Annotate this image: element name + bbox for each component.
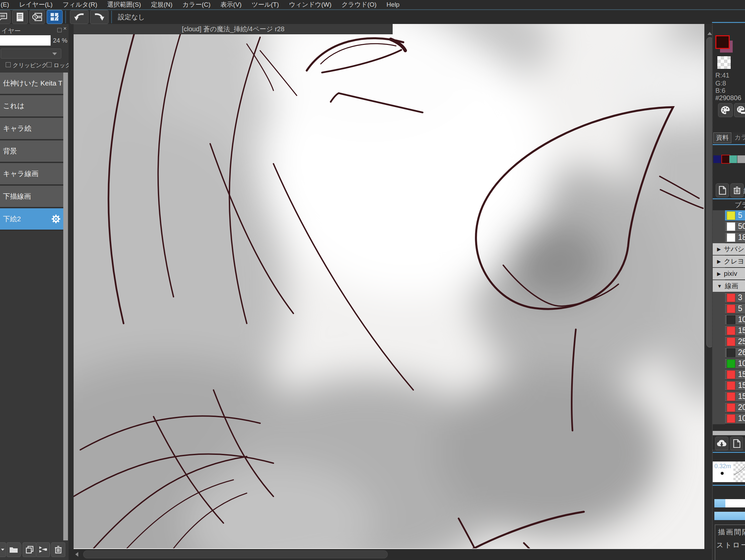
brush-group[interactable]: ▶サバシ	[713, 243, 745, 255]
brush-item[interactable]: 5	[725, 210, 745, 221]
brush-size-label: 3	[738, 293, 742, 302]
lock-checkbox[interactable]	[46, 62, 52, 67]
brush-group-label: クレヨ	[724, 257, 744, 266]
layer-item[interactable]: キャラ線画	[0, 163, 63, 184]
material-panel-button[interactable]	[46, 10, 63, 24]
add-layer-button[interactable]	[0, 542, 6, 557]
layer-item[interactable]: 下絵2	[0, 208, 63, 230]
color-wheel-button[interactable]	[718, 103, 733, 117]
brush-item[interactable]: 15	[725, 369, 745, 380]
panel-close-icon[interactable]: ×	[63, 25, 67, 32]
blend-mode-select[interactable]	[1, 48, 61, 59]
new-folder-button[interactable]	[7, 542, 21, 557]
menu-item[interactable]: レイヤー(L)	[14, 0, 58, 9]
brush-item[interactable]: 10	[725, 314, 745, 325]
stroke-slider[interactable]	[714, 512, 745, 520]
layer-name: 下絵2	[3, 214, 21, 223]
brush-item[interactable]: 3	[725, 292, 745, 303]
brush-item[interactable]: 5	[725, 304, 745, 314]
brush-item[interactable]: 20	[725, 402, 745, 413]
slider-fill	[714, 512, 745, 520]
brush-list-scrollbar[interactable]	[713, 431, 745, 435]
brush-item[interactable]: 26	[725, 347, 745, 358]
gear-icon[interactable]	[51, 214, 61, 223]
horizontal-scroll-thumb[interactable]	[83, 550, 388, 558]
menu-item[interactable]: ツール(T)	[247, 0, 284, 9]
canvas-horizontal-scrollbar[interactable]	[69, 549, 715, 560]
layer-item[interactable]: 下描線画	[0, 186, 63, 207]
menu-item[interactable]: (E)	[0, 1, 14, 8]
menu-bar: (E)レイヤー(L)フィルタ(R)選択範囲(S)定規(N)カラー(C)表示(V)…	[0, 0, 745, 10]
brush-item[interactable]: 10	[725, 413, 745, 424]
brush-group[interactable]: ▼線画	[713, 280, 745, 292]
palette-swatch[interactable]	[730, 155, 737, 163]
new-page-icon	[733, 439, 740, 448]
brush-size-label: 26	[738, 348, 745, 357]
brush-size-label: 10	[738, 359, 745, 368]
menu-item[interactable]: Help	[382, 1, 404, 8]
brush-item[interactable]: 10	[725, 358, 745, 369]
brush-item[interactable]: 25	[725, 337, 745, 347]
canvas-artwork[interactable]	[74, 24, 704, 549]
add-palette-button[interactable]	[716, 183, 729, 197]
brush-color-swatch	[727, 315, 735, 324]
duplicate-layer-button[interactable]	[23, 542, 37, 557]
tab-color[interactable]: カラ-	[732, 133, 745, 142]
foreground-color-swatch[interactable]	[715, 35, 730, 49]
palette-swatch[interactable]	[721, 155, 730, 164]
redo-button[interactable]	[90, 10, 108, 24]
brush-size-label: 20	[738, 403, 745, 412]
brush-item[interactable]: 15	[725, 325, 745, 336]
palette-swatch[interactable]	[713, 155, 721, 163]
menu-item[interactable]: 定規(N)	[146, 0, 177, 9]
menu-item[interactable]: 表示(V)	[216, 0, 247, 9]
transparent-color-swatch[interactable]	[717, 56, 731, 69]
menu-item[interactable]: フィルタ(R)	[58, 0, 102, 9]
cloud-download-icon	[717, 440, 727, 448]
document-panel-button[interactable]	[12, 10, 28, 24]
undo-button[interactable]	[70, 10, 89, 24]
layer-item[interactable]: 仕神けいた Keita T	[0, 73, 63, 94]
brush-item[interactable]: 18	[725, 232, 745, 243]
panel-accent-line	[713, 452, 745, 453]
delete-palette-button[interactable]	[730, 183, 744, 197]
brush-item[interactable]: 15	[725, 380, 745, 391]
canvas-window-titlebar[interactable]: [cloud] 蒼の魔法_挿絵/4ページ r28	[74, 24, 393, 34]
layer-list-scrollbar[interactable]	[63, 73, 68, 560]
menu-item[interactable]: ウィンドウ(W)	[284, 0, 337, 9]
color-r-value: R:41	[715, 72, 730, 79]
medibang-paint-app: (E)レイヤー(L)フィルタ(R)選択範囲(S)定規(N)カラー(C)表示(V)…	[0, 0, 745, 560]
layer-item[interactable]: これは	[0, 95, 63, 116]
merge-layer-button[interactable]	[36, 542, 50, 557]
delete-layer-button[interactable]	[51, 542, 65, 557]
speech-bubble-icon	[0, 13, 7, 21]
menu-item[interactable]: カラー(C)	[177, 0, 216, 9]
history-panel-button[interactable]	[29, 10, 45, 24]
layer-item[interactable]: キャラ絵	[0, 118, 63, 139]
brush-group[interactable]: ▶pixiv	[713, 268, 745, 280]
brush-item[interactable]: 15	[725, 391, 745, 401]
clipping-checkbox[interactable]	[6, 62, 11, 67]
palette-edit-button[interactable]	[734, 103, 745, 117]
brush-size-label: 15	[738, 370, 745, 379]
palette-swatch[interactable]	[737, 155, 745, 163]
canvas-area: [cloud] 蒼の魔法_挿絵/4ページ r28	[69, 24, 715, 560]
menu-item[interactable]: 選択範囲(S)	[102, 0, 146, 9]
download-brush-button[interactable]	[715, 436, 728, 451]
layer-item[interactable]: 背景	[0, 140, 63, 162]
comment-tool-button[interactable]	[0, 10, 11, 24]
new-brush-button[interactable]	[730, 436, 743, 451]
draw-interval-slider[interactable]	[714, 499, 745, 508]
menu-item[interactable]: クラウド(O)	[336, 0, 381, 9]
brush-item[interactable]: 50	[725, 221, 745, 232]
brush-color-swatch	[727, 338, 735, 346]
brush-size-label: 10	[738, 315, 745, 324]
brush-group[interactable]: ▶クレヨ	[713, 255, 745, 267]
edit-palette-label[interactable]: 編	[744, 186, 745, 196]
layer-opacity-slider[interactable]	[0, 35, 51, 45]
brush-color-swatch	[727, 211, 735, 220]
palette-edit-icon	[737, 106, 745, 114]
tab-material[interactable]: 資料	[713, 133, 731, 143]
brush-tip-preview	[721, 472, 724, 475]
panel-popout-icon[interactable]	[57, 28, 62, 32]
